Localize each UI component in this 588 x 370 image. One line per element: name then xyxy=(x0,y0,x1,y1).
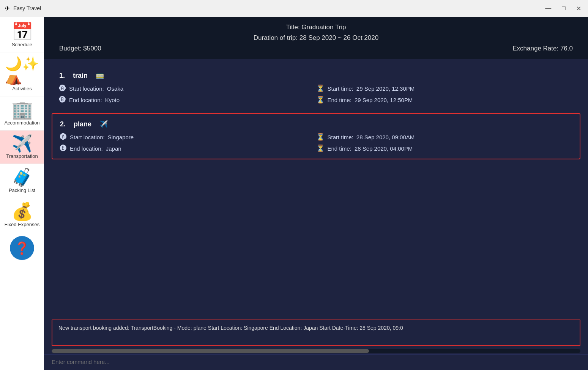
transport-card-1-start-time: ⏳ Start time: 29 Sep 2020, 12:30PM xyxy=(316,84,573,93)
schedule-label: Schedule xyxy=(12,42,32,47)
app-icon: ✈ xyxy=(5,4,10,13)
transportation-icon: ✈️ xyxy=(12,135,33,152)
app-title: Easy Travel xyxy=(13,5,41,11)
start-time-label-2: Start time: xyxy=(328,134,353,140)
transport-card-2-end-time-value: 28 Sep 2020, 04:00PM xyxy=(355,145,413,152)
transport-card-2-mode: plane xyxy=(74,120,91,128)
sidebar-item-fixed-expenses[interactable]: 💰 Fixed Expenses xyxy=(0,198,44,232)
end-location-b-icon-2: 🅑 xyxy=(60,145,67,153)
sidebar-item-activities[interactable]: 🌙✨⛺ Activities xyxy=(0,52,44,96)
transport-list: 1. train 🚃 🅐 Start location: Osaka ⏳ Sta… xyxy=(44,59,588,320)
start-location-a-icon-2: 🅐 xyxy=(60,133,67,141)
sidebar-item-packing-list[interactable]: 🧳 Packing List xyxy=(0,164,44,198)
packing-list-label: Packing List xyxy=(9,187,35,193)
trip-duration: Duration of trip: 28 Sep 2020 ~ 26 Oct 2… xyxy=(59,34,573,42)
sidebar: 📅 Schedule 🌙✨⛺ Activities 🏢 Accommodatio… xyxy=(0,17,44,370)
status-bar: New transport booking added: TransportBo… xyxy=(52,320,580,346)
command-bar xyxy=(44,354,588,370)
end-time-label-2: End time: xyxy=(328,145,352,152)
title-bar-left: ✈ Easy Travel xyxy=(5,4,41,13)
end-location-label-2: End location: xyxy=(70,145,103,152)
transport-card-1: 1. train 🚃 🅐 Start location: Osaka ⏳ Sta… xyxy=(52,65,580,110)
fixed-expenses-icon: 💰 xyxy=(11,203,33,220)
packing-list-icon: 🧳 xyxy=(11,168,33,186)
activities-icon: 🌙✨⛺ xyxy=(5,57,39,84)
transportation-label: Transportation xyxy=(6,153,38,159)
transport-card-1-start-loc-value: Osaka xyxy=(107,85,123,92)
status-message: New transport booking added: TransportBo… xyxy=(58,325,403,331)
transport-card-1-end-time-value: 29 Sep 2020, 12:50PM xyxy=(355,97,413,103)
title-bar: ✈ Easy Travel — □ ✕ xyxy=(0,0,588,17)
accommodation-label: Accommodation xyxy=(4,120,39,126)
help-icon: ❓ xyxy=(14,242,30,254)
fixed-expenses-label: Fixed Expenses xyxy=(5,222,40,227)
transport-card-2-start-time-value: 28 Sep 2020, 09:00AM xyxy=(356,134,415,140)
activities-label: Activities xyxy=(12,86,32,91)
app-container: 📅 Schedule 🌙✨⛺ Activities 🏢 Accommodatio… xyxy=(0,17,588,370)
end-time-icon-1: ⏳ xyxy=(316,96,325,104)
transport-card-1-start-time-value: 29 Sep 2020, 12:30PM xyxy=(356,85,415,92)
transport-card-1-title: 1. train 🚃 xyxy=(59,71,573,80)
transport-card-2-end-time: ⏳ End time: 28 Sep 2020, 04:00PM xyxy=(316,144,572,153)
transport-card-1-icon: 🚃 xyxy=(96,71,104,80)
start-location-a-icon: 🅐 xyxy=(59,85,66,93)
transport-card-2-start-time: ⏳ Start time: 28 Sep 2020, 09:00AM xyxy=(316,133,572,141)
command-input[interactable] xyxy=(52,359,580,365)
trip-title: Title: Graduation Trip xyxy=(59,24,573,31)
trip-budget-row: Budget: $5000 Exchange Rate: 76.0 xyxy=(59,45,573,52)
transport-card-2: 2. plane ✈️ 🅐 Start location: Singapore … xyxy=(52,113,580,159)
transport-card-1-details: 🅐 Start location: Osaka ⏳ Start time: 29… xyxy=(59,84,573,104)
transport-card-1-mode: train xyxy=(73,72,88,80)
transport-card-2-icon: ✈️ xyxy=(99,120,108,128)
main-content: Title: Graduation Trip Duration of trip:… xyxy=(44,17,588,370)
end-location-b-icon: 🅑 xyxy=(59,96,66,104)
sidebar-item-accommodation[interactable]: 🏢 Accommodation xyxy=(0,96,44,131)
transport-card-2-start-loc-value: Singapore xyxy=(108,134,134,140)
end-time-label-1: End time: xyxy=(328,97,352,103)
header-info: Title: Graduation Trip Duration of trip:… xyxy=(44,17,588,59)
accommodation-icon: 🏢 xyxy=(11,101,33,118)
end-location-label: End location: xyxy=(69,97,102,103)
transport-card-2-details: 🅐 Start location: Singapore ⏳ Start time… xyxy=(60,133,572,153)
minimize-button[interactable]: — xyxy=(543,4,553,13)
start-location-label: Start location: xyxy=(69,85,104,92)
sidebar-item-schedule[interactable]: 📅 Schedule xyxy=(0,18,44,52)
transport-card-1-start-location: 🅐 Start location: Osaka xyxy=(59,84,316,93)
transport-card-1-index: 1. xyxy=(59,72,65,80)
close-button[interactable]: ✕ xyxy=(574,4,583,13)
transport-card-2-index: 2. xyxy=(60,120,66,128)
transport-card-1-end-location: 🅑 End location: Kyoto xyxy=(59,96,316,104)
start-time-label-1: Start time: xyxy=(328,85,353,92)
transport-card-2-start-location: 🅐 Start location: Singapore xyxy=(60,133,316,141)
sidebar-item-transportation[interactable]: ✈️ Transportation xyxy=(0,131,44,164)
start-time-icon-1: ⏳ xyxy=(316,84,325,93)
schedule-icon: 📅 xyxy=(11,23,33,40)
start-time-icon-2: ⏳ xyxy=(316,133,325,141)
transport-card-2-end-location: 🅑 End location: Japan xyxy=(60,144,316,153)
transport-card-1-end-loc-value: Kyoto xyxy=(105,97,120,103)
start-location-label-2: Start location: xyxy=(70,134,105,140)
transport-card-2-end-loc-value: Japan xyxy=(106,145,121,152)
maximize-button[interactable]: □ xyxy=(560,4,568,13)
scrollbar[interactable] xyxy=(52,349,580,353)
trip-exchange-rate: Exchange Rate: 76.0 xyxy=(512,45,573,52)
end-time-icon-2: ⏳ xyxy=(316,144,325,153)
transport-card-1-end-time: ⏳ End time: 29 Sep 2020, 12:50PM xyxy=(316,96,573,104)
trip-budget: Budget: $5000 xyxy=(59,45,101,52)
transport-card-2-title: 2. plane ✈️ xyxy=(60,120,572,128)
sidebar-item-help[interactable]: ❓ xyxy=(10,236,34,260)
title-bar-controls: — □ ✕ xyxy=(543,4,583,13)
scrollbar-thumb[interactable] xyxy=(52,349,369,353)
